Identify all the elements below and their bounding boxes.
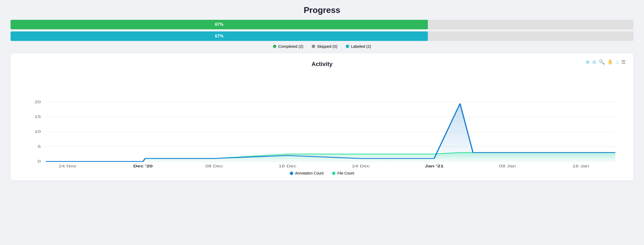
svg-text:24 Dec: 24 Dec bbox=[352, 164, 370, 167]
activity-svg: 20 15 10 5 0 24 Nov Dec '20 08 Dec 16 De… bbox=[20, 72, 624, 167]
svg-text:24 Nov: 24 Nov bbox=[59, 164, 77, 167]
annotation-count-legend: Annotation Count bbox=[290, 171, 324, 175]
activity-chart-card: Activity ⊕ ⊖ 🔍 ✋ ⌂ ☰ bbox=[11, 53, 633, 181]
labeled-legend-item: Labeled (2) bbox=[346, 44, 371, 49]
labeled-dot bbox=[346, 45, 349, 48]
svg-text:10: 10 bbox=[35, 129, 41, 134]
chart-area: 20 15 10 5 0 24 Nov Dec '20 08 Dec 16 De… bbox=[20, 72, 624, 167]
chart-bottom-legend: Annotation Count File Count bbox=[20, 171, 624, 175]
completed-label: Completed (2) bbox=[278, 44, 303, 49]
svg-text:15: 15 bbox=[35, 115, 41, 119]
green-progress-bar-wrap: 67% bbox=[11, 20, 633, 29]
svg-text:5: 5 bbox=[38, 144, 41, 149]
svg-text:0: 0 bbox=[38, 159, 41, 163]
svg-text:Dec '20: Dec '20 bbox=[133, 164, 153, 167]
file-count-label: File Count bbox=[337, 171, 354, 175]
svg-text:16 Jan: 16 Jan bbox=[572, 164, 589, 167]
skipped-dot bbox=[312, 45, 315, 48]
teal-progress-label: 67% bbox=[215, 34, 224, 39]
zoom-out-icon[interactable]: ⊖ bbox=[592, 59, 596, 65]
annotation-count-label: Annotation Count bbox=[295, 171, 324, 175]
svg-text:08 Jan: 08 Jan bbox=[499, 164, 516, 167]
completed-dot bbox=[273, 45, 276, 48]
zoom-in-icon[interactable]: ⊕ bbox=[586, 59, 590, 65]
teal-progress-bar: 67% bbox=[11, 31, 428, 41]
progress-legend: Completed (2) Skipped (0) Labeled (2) bbox=[11, 44, 633, 49]
svg-text:Jan '21: Jan '21 bbox=[425, 164, 443, 167]
green-progress-bar: 67% bbox=[11, 20, 428, 29]
skipped-label: Skipped (0) bbox=[317, 44, 337, 49]
chart-toolbar: ⊕ ⊖ 🔍 ✋ ⌂ ☰ bbox=[586, 59, 626, 65]
pan-icon[interactable]: ✋ bbox=[607, 59, 613, 65]
file-count-dot bbox=[332, 172, 335, 175]
zoom-glass-icon[interactable]: 🔍 bbox=[599, 59, 605, 65]
annotation-count-line bbox=[46, 103, 615, 161]
chart-title: Activity bbox=[20, 61, 624, 68]
menu-icon[interactable]: ☰ bbox=[621, 59, 626, 65]
home-icon[interactable]: ⌂ bbox=[616, 59, 619, 65]
file-count-legend: File Count bbox=[332, 171, 354, 175]
svg-text:16 Dec: 16 Dec bbox=[279, 164, 296, 167]
teal-progress-bar-wrap: 67% bbox=[11, 31, 633, 41]
page-title: Progress bbox=[11, 5, 633, 15]
green-progress-label: 67% bbox=[215, 22, 224, 27]
svg-text:08 Dec: 08 Dec bbox=[205, 164, 223, 167]
skipped-legend-item: Skipped (0) bbox=[312, 44, 337, 49]
svg-text:20: 20 bbox=[35, 100, 41, 104]
labeled-label: Labeled (2) bbox=[351, 44, 371, 49]
annotation-count-dot bbox=[290, 172, 293, 175]
progress-section: 67% 67% bbox=[11, 20, 633, 41]
completed-legend-item: Completed (2) bbox=[273, 44, 303, 49]
